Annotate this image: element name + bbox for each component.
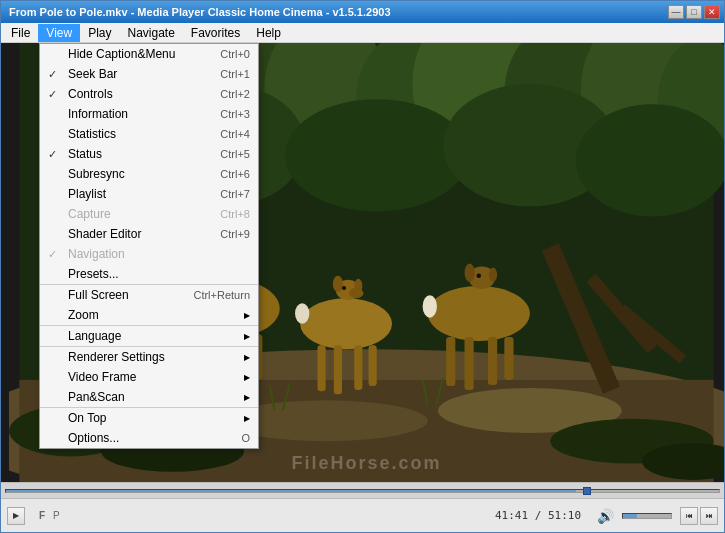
menu-item-full-screen[interactable]: Full Screen Ctrl+Return — [40, 285, 258, 305]
menu-item-zoom[interactable]: Zoom ▶ — [40, 305, 258, 326]
menu-file[interactable]: File — [3, 24, 38, 42]
menu-item-renderer-settings[interactable]: Renderer Settings ▶ — [40, 347, 258, 367]
svg-point-12 — [285, 99, 469, 211]
bottom-controls: ▶ F P 41:41 / 51:10 🔊 ⏮ ⏭ — [1, 482, 724, 532]
play-button[interactable]: ▶ — [7, 507, 25, 525]
seek-thumb[interactable] — [583, 487, 591, 495]
window-title: From Pole to Pole.mkv - Media Player Cla… — [9, 6, 391, 18]
menu-navigate[interactable]: Navigate — [119, 24, 182, 42]
volume-icon: 🔊 — [597, 508, 614, 524]
svg-point-14 — [576, 104, 724, 216]
svg-point-39 — [333, 276, 343, 292]
menu-view[interactable]: View — [38, 24, 80, 42]
menu-bar: File View Play Navigate Favorites Help — [1, 23, 724, 43]
menu-item-video-frame[interactable]: Video Frame ▶ — [40, 367, 258, 387]
maximize-button[interactable]: □ — [686, 5, 702, 19]
left-panel — [1, 43, 9, 482]
svg-point-51 — [465, 264, 475, 282]
main-window: From Pole to Pole.mkv - Media Player Cla… — [0, 0, 725, 533]
minimize-button[interactable]: — — [668, 5, 684, 19]
menu-item-subresync[interactable]: Subresync Ctrl+6 — [40, 164, 258, 184]
title-bar: From Pole to Pole.mkv - Media Player Cla… — [1, 1, 724, 23]
svg-rect-54 — [446, 337, 455, 386]
content-area: FileHorse.com Hide Caption&Menu Ctrl+0 ✓… — [1, 43, 724, 482]
menu-item-presets[interactable]: Presets... — [40, 264, 258, 285]
svg-point-47 — [295, 303, 309, 323]
menu-item-options[interactable]: Options... O — [40, 428, 258, 448]
svg-point-41 — [349, 288, 363, 298]
svg-rect-44 — [334, 345, 342, 394]
svg-point-52 — [489, 268, 497, 282]
svg-rect-57 — [504, 337, 513, 380]
menu-item-information[interactable]: Information Ctrl+3 — [40, 104, 258, 124]
extra-label: P — [53, 510, 60, 521]
filename-label: F — [39, 510, 45, 521]
svg-point-42 — [342, 286, 346, 290]
seek-bar-container — [1, 483, 724, 499]
menu-item-seek-bar[interactable]: ✓ Seek Bar Ctrl+1 — [40, 64, 258, 84]
menu-item-playlist[interactable]: Playlist Ctrl+7 — [40, 184, 258, 204]
svg-rect-43 — [317, 345, 325, 391]
controls-row: ▶ F P 41:41 / 51:10 🔊 ⏮ ⏭ — [1, 499, 724, 532]
svg-point-53 — [477, 274, 481, 278]
close-button[interactable]: ✕ — [704, 5, 720, 19]
menu-play[interactable]: Play — [80, 24, 119, 42]
time-display: 41:41 / 51:10 — [495, 509, 581, 522]
svg-rect-55 — [465, 337, 474, 390]
svg-rect-56 — [488, 337, 497, 385]
menu-item-on-top[interactable]: On Top ▶ — [40, 408, 258, 428]
menu-item-pan-scan[interactable]: Pan&Scan ▶ — [40, 387, 258, 408]
menu-item-controls[interactable]: ✓ Controls Ctrl+2 — [40, 84, 258, 104]
menu-item-language[interactable]: Language ▶ — [40, 326, 258, 347]
volume-slider[interactable] — [622, 513, 672, 519]
menu-item-status[interactable]: ✓ Status Ctrl+5 — [40, 144, 258, 164]
menu-help[interactable]: Help — [248, 24, 289, 42]
menu-item-capture: Capture Ctrl+8 — [40, 204, 258, 224]
view-dropdown-menu: Hide Caption&Menu Ctrl+0 ✓ Seek Bar Ctrl… — [39, 43, 259, 449]
seek-bar[interactable] — [5, 489, 720, 493]
svg-point-58 — [423, 295, 437, 317]
next-frame-button[interactable]: ⏭ — [700, 507, 718, 525]
seek-progress — [6, 490, 576, 492]
menu-item-statistics[interactable]: Statistics Ctrl+4 — [40, 124, 258, 144]
svg-rect-46 — [369, 345, 377, 386]
menu-item-navigation: ✓ Navigation — [40, 244, 258, 264]
svg-rect-37 — [340, 296, 354, 327]
menu-favorites[interactable]: Favorites — [183, 24, 248, 42]
menu-item-hide-caption[interactable]: Hide Caption&Menu Ctrl+0 — [40, 44, 258, 64]
menu-item-shader-editor[interactable]: Shader Editor Ctrl+9 — [40, 224, 258, 244]
window-controls: — □ ✕ — [668, 5, 720, 19]
prev-frame-button[interactable]: ⏮ — [680, 507, 698, 525]
nav-buttons: ⏮ ⏭ — [680, 507, 718, 525]
volume-level — [623, 514, 637, 518]
svg-rect-45 — [354, 345, 362, 390]
